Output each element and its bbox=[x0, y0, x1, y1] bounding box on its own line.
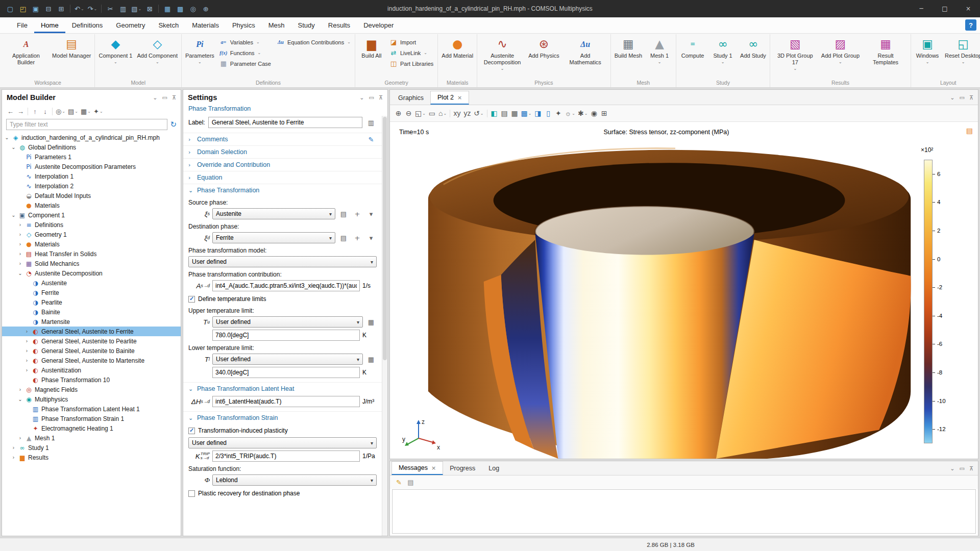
menu-tab-sketch[interactable]: Sketch bbox=[152, 18, 185, 33]
menu-tab-home[interactable]: Home bbox=[34, 18, 65, 33]
panel-float-icon[interactable]: ▭ bbox=[162, 94, 167, 101]
menu-tab-study[interactable]: Study bbox=[291, 18, 322, 33]
upper-limit-mode-select[interactable]: User defined ▾ bbox=[212, 316, 363, 328]
close-button[interactable]: × bbox=[957, 0, 980, 17]
settings-scrollbar[interactable] bbox=[382, 116, 387, 536]
tree-item-solid-mechanics[interactable]: ›▦Solid Mechanics bbox=[2, 259, 181, 268]
ribbon-add-material[interactable]: ●Add Material bbox=[439, 35, 475, 79]
tree-item-general-steel-austenite-to-pearlite[interactable]: ›◐General Steel, Austenite to Pearlite bbox=[2, 336, 181, 346]
add-phase-icon[interactable]: + bbox=[352, 208, 363, 219]
maximize-button[interactable]: □ bbox=[933, 0, 957, 17]
ribbon-equation-contributions[interactable]: ΔuEquation Contributions⌄ bbox=[274, 37, 353, 47]
tree-item-heat-transfer-in-solids[interactable]: ›▤Heat Transfer in Solids bbox=[2, 249, 181, 259]
copy-icon[interactable]: ▥ bbox=[117, 2, 129, 15]
tree-item-austenite-decomposition[interactable]: ⌄◔Austenite Decomposition bbox=[2, 268, 181, 278]
tree-chevron-icon[interactable]: ⌄ bbox=[17, 270, 23, 276]
tree-item-materials[interactable]: ›●Materials bbox=[2, 239, 181, 249]
data-sets-icon[interactable]: ◨ bbox=[533, 108, 543, 119]
tree-item-phase-transformation-latent-heat-1[interactable]: ▥Phase Transformation Latent Heat 1 bbox=[2, 404, 181, 414]
graphics-canvas[interactable]: Time=10 s Surface: Stress tensor, zz-com… bbox=[390, 122, 978, 459]
destination-phase-select[interactable]: Ferrite ▾ bbox=[212, 232, 335, 243]
section-override-contribution[interactable]: › Override and Contribution bbox=[183, 158, 382, 171]
ribbon-add-mathematics[interactable]: ΔuAdd Mathematics bbox=[562, 35, 609, 79]
lock-view-icon[interactable]: ✦ bbox=[553, 108, 563, 119]
ribbon-reset-desktop[interactable]: ◱Reset Desktop⌄ bbox=[943, 35, 980, 79]
ribbon-import[interactable]: ◪Import bbox=[387, 37, 436, 47]
environment-icon[interactable]: ☼⌄ bbox=[564, 108, 576, 119]
label-input[interactable] bbox=[208, 117, 362, 128]
tree-item-geometry-1[interactable]: ›◇Geometry 1 bbox=[2, 230, 181, 239]
tree-chevron-icon[interactable]: ⌄ bbox=[4, 135, 10, 140]
menu-tab-mesh[interactable]: Mesh bbox=[262, 18, 291, 33]
panel-menu-icon[interactable]: ⌄ bbox=[359, 94, 364, 101]
minimize-button[interactable]: ─ bbox=[910, 0, 933, 17]
help-button[interactable]: ? bbox=[965, 19, 976, 31]
panel-float-icon[interactable]: ▭ bbox=[960, 465, 965, 472]
section-latent-heat[interactable]: ⌄ Phase Transformation Latent Heat bbox=[183, 382, 382, 395]
ribbon-3d-plot-group-17[interactable]: ▧3D Plot Group 17⌄ bbox=[772, 35, 819, 79]
lower-limit-mode-select[interactable]: User defined ▾ bbox=[212, 354, 363, 365]
tree-chevron-icon[interactable]: › bbox=[17, 222, 23, 228]
search-icon[interactable]: ◎ bbox=[187, 2, 199, 15]
plot-settings-icon[interactable]: ▩⌄ bbox=[520, 108, 533, 119]
copy-image-icon[interactable]: ▤ bbox=[500, 108, 509, 119]
scene-light-icon[interactable]: ◧ bbox=[489, 108, 499, 119]
rotate-view-icon[interactable]: ↺⌄ bbox=[473, 108, 484, 119]
ribbon-component-1[interactable]: ◆Component 1⌄ bbox=[96, 35, 134, 79]
view-xy-icon[interactable]: xy bbox=[452, 108, 462, 119]
go-to-default-view-icon[interactable]: ⌂⌄ bbox=[437, 108, 448, 119]
close-icon[interactable]: × bbox=[457, 94, 462, 101]
paste-icon[interactable]: ▧⌄ bbox=[130, 2, 143, 15]
ribbon-compute[interactable]: =Compute bbox=[678, 35, 707, 79]
upper-limit-input[interactable] bbox=[212, 330, 360, 341]
delete-icon[interactable]: ⊠ bbox=[143, 2, 156, 15]
ribbon-study-1[interactable]: ∞Study 1⌄ bbox=[708, 35, 738, 79]
panel-float-icon[interactable]: ▭ bbox=[960, 94, 965, 101]
tree-chevron-icon[interactable]: › bbox=[24, 338, 30, 344]
tree-item-magnetic-fields[interactable]: ›◎Magnetic Fields bbox=[2, 385, 181, 394]
open-file-icon[interactable]: ◰ bbox=[17, 2, 29, 15]
tree-item-martensite[interactable]: ◑Martensite bbox=[2, 317, 181, 327]
forward-icon[interactable]: → bbox=[16, 106, 26, 117]
tree-item-austenite[interactable]: ◑Austenite bbox=[2, 278, 181, 288]
chevron-down-icon[interactable]: ▾ bbox=[365, 232, 377, 243]
scrollbar-thumb[interactable] bbox=[383, 117, 387, 360]
tree-item-general-steel-austenite-to-ferrite[interactable]: ›◐General Steel, Austenite to Ferrite bbox=[2, 327, 181, 336]
panel-pin-icon[interactable]: ⊼ bbox=[379, 94, 383, 101]
ribbon-livelink[interactable]: ⇄LiveLink⌄ bbox=[387, 47, 436, 58]
panel-pin-icon[interactable]: ⊼ bbox=[172, 94, 176, 101]
ribbon-add-study[interactable]: ∞Add Study bbox=[738, 35, 768, 79]
undo-icon[interactable]: ↶⌄ bbox=[73, 2, 86, 15]
save-icon[interactable]: ▣ bbox=[30, 2, 42, 15]
ribbon-windows[interactable]: ▣Windows⌄ bbox=[913, 35, 942, 79]
tree-chevron-icon[interactable]: › bbox=[24, 367, 30, 373]
plastic-recovery-checkbox[interactable]: Plastic recovery for destination phase bbox=[188, 490, 377, 497]
menu-tab-definitions[interactable]: Definitions bbox=[65, 18, 110, 33]
tree-item-materials[interactable]: ●Materials bbox=[2, 201, 181, 210]
tree-item-default-model-inputs[interactable]: ◒Default Model Inputs bbox=[2, 191, 181, 201]
tree-item-global-definitions[interactable]: ⌄◍Global Definitions bbox=[2, 142, 181, 152]
ribbon-build-all[interactable]: ▆Build All bbox=[357, 35, 386, 79]
go-to-source-icon[interactable]: ▤ bbox=[338, 208, 349, 219]
strain-model-select[interactable]: User defined ▾ bbox=[188, 437, 377, 448]
saturation-function-select[interactable]: Leblond ▾ bbox=[212, 474, 377, 486]
ribbon-mesh-1[interactable]: ▲Mesh 1⌄ bbox=[645, 35, 674, 79]
move-down-icon[interactable]: ↓ bbox=[40, 106, 50, 117]
section-domain-selection[interactable]: › Domain Selection bbox=[183, 145, 382, 158]
tree-item-interpolation-2[interactable]: ∿Interpolation 2 bbox=[2, 181, 181, 191]
tab-graphics[interactable]: Graphics bbox=[391, 91, 430, 105]
edit-comments-icon[interactable]: ✎ bbox=[365, 134, 377, 145]
legend-toggle-icon[interactable]: ▤ bbox=[966, 127, 973, 135]
ribbon-add-physics[interactable]: ⊛Add Physics bbox=[526, 35, 561, 79]
table-tools-icon[interactable]: ▦ bbox=[161, 2, 174, 15]
latent-heat-input[interactable] bbox=[212, 396, 360, 407]
ribbon-application-builder[interactable]: AApplication Builder bbox=[3, 35, 50, 79]
clear-log-icon[interactable]: ✎ bbox=[394, 477, 404, 488]
ribbon-add-component[interactable]: ◇Add Component⌄ bbox=[135, 35, 180, 79]
scene-settings-icon[interactable]: ✱⌄ bbox=[577, 108, 589, 119]
tree-chevron-icon[interactable]: › bbox=[24, 358, 30, 363]
back-icon[interactable]: ← bbox=[6, 106, 15, 117]
section-equation[interactable]: › Equation bbox=[183, 171, 382, 184]
tree-chevron-icon[interactable]: › bbox=[17, 251, 23, 257]
contribution-input[interactable] bbox=[212, 280, 360, 291]
